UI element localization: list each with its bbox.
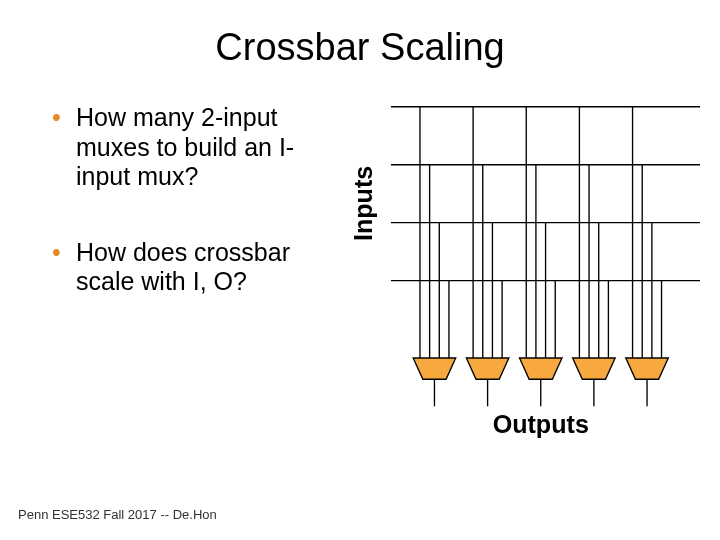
- footer-text: Penn ESE532 Fall 2017 -- De.Hon: [18, 507, 217, 522]
- crossbar-diagram: Inputs: [333, 81, 700, 461]
- outputs-label: Outputs: [492, 410, 588, 438]
- slide-body: How many 2-input muxes to build an I-inp…: [0, 81, 720, 461]
- svg-marker-32: [626, 358, 669, 379]
- svg-marker-26: [572, 358, 615, 379]
- svg-marker-14: [466, 358, 509, 379]
- bullet-item: How does crossbar scale with I, O?: [76, 238, 333, 297]
- inputs-label: Inputs: [348, 166, 376, 241]
- bullet-list: How many 2-input muxes to build an I-inp…: [20, 81, 333, 461]
- svg-marker-8: [413, 358, 456, 379]
- bullet-item: How many 2-input muxes to build an I-inp…: [76, 103, 333, 192]
- svg-marker-20: [519, 358, 562, 379]
- slide-title: Crossbar Scaling: [0, 0, 720, 81]
